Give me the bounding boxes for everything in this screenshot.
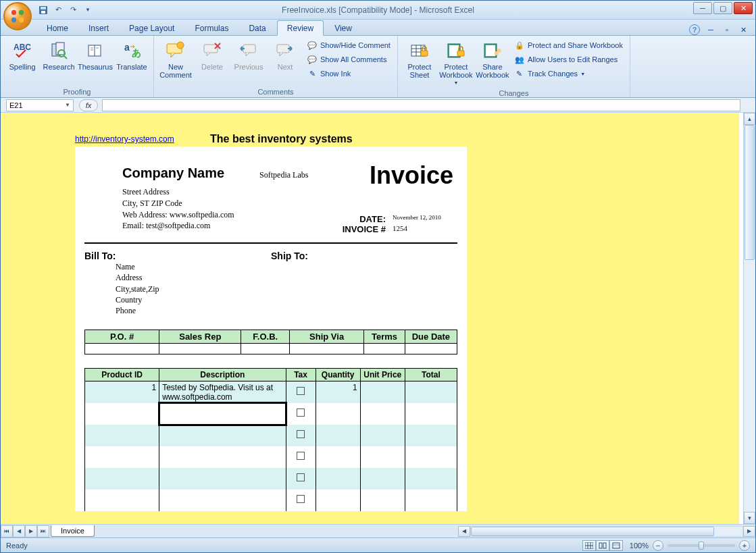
show-ink-button[interactable]: ✎Show Ink xyxy=(304,67,393,80)
svg-rect-5 xyxy=(41,7,46,9)
zoom-level[interactable]: 100% xyxy=(630,542,649,550)
first-sheet-icon[interactable]: ⏮ xyxy=(1,525,13,537)
worksheet[interactable]: http://inventory-system.com The best inv… xyxy=(1,113,743,524)
protect-workbook-button[interactable]: Protect Workbook ▼ xyxy=(438,37,474,88)
table-row[interactable]: 1 Tested by Softpedia. Visit us at www.s… xyxy=(85,381,457,404)
svg-point-20 xyxy=(177,42,184,49)
checkbox-icon[interactable] xyxy=(297,430,305,438)
titlebar: ↶ ↷ ▼ FreeInvoice.xls [Compatibility Mod… xyxy=(1,1,755,20)
table-row[interactable] xyxy=(85,403,457,425)
qat-dropdown-icon[interactable]: ▼ xyxy=(82,4,94,16)
next-sheet-icon[interactable]: ▶ xyxy=(25,525,37,537)
zoom-in-button[interactable]: + xyxy=(739,540,750,551)
checkbox-icon[interactable] xyxy=(297,495,305,503)
tab-home[interactable]: Home xyxy=(37,21,78,35)
scroll-thumb[interactable] xyxy=(745,125,755,260)
invoice-title: Invoice xyxy=(370,161,453,190)
zoom-thumb[interactable] xyxy=(699,542,704,550)
page-layout-view-icon[interactable] xyxy=(596,540,609,551)
checkbox-icon[interactable] xyxy=(297,452,305,460)
table-row[interactable] xyxy=(85,425,457,446)
ribbon-help: ? ─ ▫ ✕ xyxy=(689,24,749,35)
checkbox-icon[interactable] xyxy=(297,387,305,395)
thesaurus-icon xyxy=(84,40,106,61)
table-row[interactable] xyxy=(85,344,457,354)
svg-rect-24 xyxy=(243,45,255,53)
zoom-control: 100% − + xyxy=(630,540,750,551)
bill-ship-section: Bill To: Name Address City,state,Zip Cou… xyxy=(75,248,467,330)
undo-icon[interactable]: ↶ xyxy=(52,4,64,16)
svg-rect-31 xyxy=(421,51,428,56)
mdi-restore-icon[interactable]: ▫ xyxy=(722,24,732,35)
comments-icon: 💬 xyxy=(307,54,318,65)
translate-icon: aあ xyxy=(121,40,143,61)
show-hide-comment-button[interactable]: 💬Show/Hide Comment xyxy=(304,38,393,52)
vertical-scrollbar[interactable]: ▲ ▼ xyxy=(743,113,755,524)
protect-sheet-button[interactable]: Protect Sheet xyxy=(402,37,437,82)
company-name-value: Softpedia Labs xyxy=(259,170,308,180)
tab-data[interactable]: Data xyxy=(239,21,275,35)
spelling-button[interactable]: ABCSpelling xyxy=(5,37,40,74)
save-icon[interactable] xyxy=(37,4,49,16)
translate-button[interactable]: aあTranslate xyxy=(114,37,149,74)
svg-rect-9 xyxy=(56,43,64,55)
help-icon[interactable]: ? xyxy=(689,24,700,35)
tab-formulas[interactable]: Formulas xyxy=(185,21,238,35)
thesaurus-button[interactable]: Thesaurus xyxy=(78,37,113,74)
svg-point-0 xyxy=(11,10,16,15)
new-comment-button[interactable]: New Comment xyxy=(158,37,193,82)
scroll-up-icon[interactable]: ▲ xyxy=(744,113,755,125)
allow-users-button[interactable]: 👥Allow Users to Edit Ranges xyxy=(511,53,626,66)
zoom-out-button[interactable]: − xyxy=(653,540,663,551)
tab-insert[interactable]: Insert xyxy=(79,21,118,35)
prev-sheet-icon[interactable]: ◀ xyxy=(13,525,25,537)
selected-cell[interactable] xyxy=(159,403,286,425)
scroll-thumb[interactable] xyxy=(471,527,714,536)
maximize-button[interactable]: ▢ xyxy=(713,2,732,14)
tab-page-layout[interactable]: Page Layout xyxy=(120,21,184,35)
inventory-link[interactable]: http://inventory-system.com xyxy=(75,134,174,144)
delete-comment-button[interactable]: Delete xyxy=(195,37,230,74)
checkbox-icon[interactable] xyxy=(297,473,305,481)
office-button[interactable] xyxy=(3,2,32,30)
last-sheet-icon[interactable]: ⏭ xyxy=(37,525,49,537)
normal-view-icon[interactable] xyxy=(582,540,596,551)
quick-access-toolbar: ↶ ↷ ▼ xyxy=(37,4,94,16)
tab-review[interactable]: Review xyxy=(277,20,324,36)
name-box[interactable]: E21▼ xyxy=(6,99,74,111)
scroll-down-icon[interactable]: ▼ xyxy=(744,512,755,524)
scroll-left-icon[interactable]: ◀ xyxy=(458,526,470,537)
horizontal-scrollbar[interactable]: ◀ ▶ xyxy=(458,526,755,537)
mdi-minimize-icon[interactable]: ─ xyxy=(705,24,716,35)
scroll-right-icon[interactable]: ▶ xyxy=(743,526,755,537)
redo-icon[interactable]: ↷ xyxy=(67,4,79,16)
tab-view[interactable]: View xyxy=(325,21,361,35)
view-buttons xyxy=(582,540,623,551)
protect-share-button[interactable]: 🔒Protect and Share Workbook xyxy=(511,38,626,52)
share-workbook-button[interactable]: Share Workbook xyxy=(475,37,510,82)
sheet-tab-invoice[interactable]: Invoice xyxy=(51,525,95,537)
minimize-button[interactable]: ─ xyxy=(693,2,712,14)
group-comments: New Comment Delete Previous Next 💬Show/H… xyxy=(154,36,398,97)
next-comment-button[interactable]: Next xyxy=(268,37,303,74)
window-controls: ─ ▢ ✕ xyxy=(693,2,753,14)
zoom-slider[interactable] xyxy=(667,544,735,547)
namebox-dropdown-icon[interactable]: ▼ xyxy=(65,102,70,108)
close-button[interactable]: ✕ xyxy=(734,2,753,14)
previous-comment-button[interactable]: Previous xyxy=(231,37,266,74)
show-all-comments-button[interactable]: 💬Show All Comments xyxy=(304,53,393,66)
table-row[interactable] xyxy=(85,468,457,490)
window-title: FreeInvoice.xls [Compatibility Mode] - M… xyxy=(282,5,474,15)
protect-sheet-icon xyxy=(409,40,430,61)
svg-point-2 xyxy=(11,18,16,22)
fx-icon[interactable]: fx xyxy=(79,99,98,111)
checkbox-icon[interactable] xyxy=(297,409,305,417)
mdi-close-icon[interactable]: ✕ xyxy=(738,24,749,35)
research-button[interactable]: Research xyxy=(41,37,76,74)
table-row[interactable] xyxy=(85,490,457,511)
formula-input[interactable] xyxy=(102,99,740,111)
track-changes-button[interactable]: ✎Track Changes ▼ xyxy=(511,67,626,80)
table-row[interactable] xyxy=(85,446,457,468)
page-break-view-icon[interactable] xyxy=(609,540,623,551)
status-bar: Ready 100% − + xyxy=(1,537,755,552)
